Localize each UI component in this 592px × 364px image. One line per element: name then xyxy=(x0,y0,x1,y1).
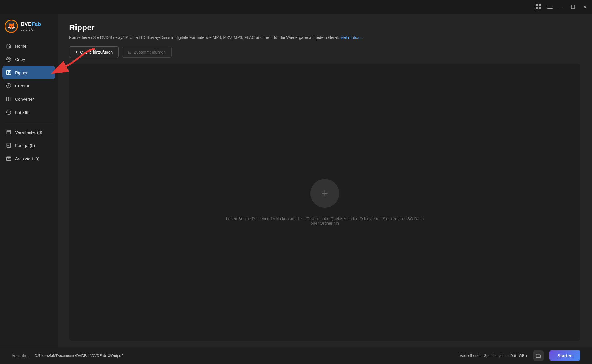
home-icon xyxy=(6,43,12,49)
app-logo: 🦊 DVDFab 13.0.3.0 xyxy=(0,14,58,40)
svg-rect-4 xyxy=(547,5,553,5)
chevron-down-icon[interactable]: ▾ xyxy=(525,353,528,358)
creator-icon xyxy=(6,83,12,89)
sidebar-label-processing: Verarbeitet (0) xyxy=(15,130,42,135)
drop-hint: Legen Sie die Disc ein oder klicken auf … xyxy=(224,216,426,226)
storage-info: Verbleibender Speicherplatz: 49.61 GB ▾ xyxy=(460,353,528,358)
svg-point-10 xyxy=(7,57,11,62)
sidebar-nav: Home Copy Ripper xyxy=(0,40,58,119)
sidebar-label-creator: Creator xyxy=(15,83,29,88)
sidebar-label-converter: Converter xyxy=(15,97,34,102)
menu-icon[interactable] xyxy=(547,4,553,10)
sidebar-item-archived[interactable]: Archiviert (0) xyxy=(2,152,55,165)
app-version: 13.0.3.0 xyxy=(21,27,41,31)
svg-point-11 xyxy=(8,58,10,60)
svg-rect-15 xyxy=(9,97,11,101)
maximize-icon[interactable] xyxy=(570,4,576,10)
toolbar: + Quelle hinzufügen ⊞ Zusammenführen xyxy=(58,46,592,64)
svg-rect-2 xyxy=(536,7,538,9)
copy-icon xyxy=(6,56,12,62)
sidebar-item-ripper[interactable]: Ripper xyxy=(2,66,55,79)
svg-rect-17 xyxy=(7,130,11,134)
sidebar-item-home[interactable]: Home xyxy=(2,40,55,52)
footer: Ausgabe: C:\Users\fab\Documents\DVDFab\D… xyxy=(0,347,592,364)
fab365-icon xyxy=(6,109,12,115)
svg-rect-0 xyxy=(536,4,538,6)
output-path: C:\Users\fab\Documents\DVDFab\DVDFab13\O… xyxy=(34,353,454,358)
sidebar-item-converter[interactable]: Converter xyxy=(2,93,55,105)
minimize-icon[interactable]: — xyxy=(559,4,564,10)
brand-name: DVDFab xyxy=(21,21,41,27)
output-label: Ausgabe: xyxy=(12,353,29,358)
svg-rect-14 xyxy=(7,97,9,101)
sidebar-item-creator[interactable]: Creator xyxy=(2,79,55,92)
sidebar-label-home: Home xyxy=(15,44,26,49)
main-content: Ripper Konvertieren Sie DVD/Blu-ray/4K U… xyxy=(58,14,592,347)
grid-icon[interactable] xyxy=(536,4,541,10)
svg-rect-3 xyxy=(539,7,541,9)
archived-icon xyxy=(6,156,12,161)
logo-icon: 🦊 xyxy=(5,20,18,33)
sidebar-item-copy[interactable]: Copy xyxy=(2,53,55,66)
svg-rect-5 xyxy=(547,7,553,7)
merge-button: ⊞ Zusammenführen xyxy=(122,47,172,58)
svg-rect-19 xyxy=(7,157,11,161)
start-button[interactable]: Starten xyxy=(549,350,580,361)
page-title: Ripper xyxy=(69,23,580,32)
sidebar-bottom: Verarbeitet (0) Fertige (0) xyxy=(0,126,58,165)
page-subtitle: Konvertieren Sie DVD/Blu-ray/4K Ultra HD… xyxy=(69,35,580,41)
converter-icon xyxy=(6,96,12,102)
svg-rect-1 xyxy=(539,4,541,6)
sidebar-label-finished: Fertige (0) xyxy=(15,143,35,148)
sidebar: 🦊 DVDFab 13.0.3.0 Home xyxy=(0,14,58,347)
finished-icon xyxy=(6,142,12,148)
folder-button[interactable] xyxy=(533,350,544,361)
svg-text:🦊: 🦊 xyxy=(7,22,16,30)
sidebar-item-fab365[interactable]: Fab365 xyxy=(2,106,55,119)
add-source-button[interactable]: + Quelle hinzufügen xyxy=(69,46,119,58)
sidebar-divider xyxy=(5,122,53,122)
svg-rect-7 xyxy=(571,5,575,9)
svg-rect-6 xyxy=(547,8,553,9)
titlebar: — ✕ xyxy=(0,0,592,14)
content-header: Ripper Konvertieren Sie DVD/Blu-ray/4K U… xyxy=(58,14,592,46)
merge-icon: ⊞ xyxy=(128,50,132,54)
sidebar-label-fab365: Fab365 xyxy=(15,110,30,115)
ripper-icon xyxy=(6,70,12,75)
more-info-link[interactable]: Mehr Infos... xyxy=(340,35,363,40)
sidebar-label-ripper: Ripper xyxy=(15,70,28,75)
add-source-circle[interactable]: + xyxy=(310,179,339,208)
sidebar-label-copy: Copy xyxy=(15,57,25,62)
sidebar-label-archived: Archiviert (0) xyxy=(15,156,39,161)
sidebar-item-processing[interactable]: Verarbeitet (0) xyxy=(2,126,55,138)
sidebar-item-finished[interactable]: Fertige (0) xyxy=(2,139,55,152)
drop-zone[interactable]: + Legen Sie die Disc ein oder klicken au… xyxy=(69,64,580,341)
plus-icon: + xyxy=(75,49,78,55)
close-icon[interactable]: ✕ xyxy=(582,4,587,10)
processing-icon xyxy=(6,129,12,135)
plus-symbol: + xyxy=(321,188,328,199)
